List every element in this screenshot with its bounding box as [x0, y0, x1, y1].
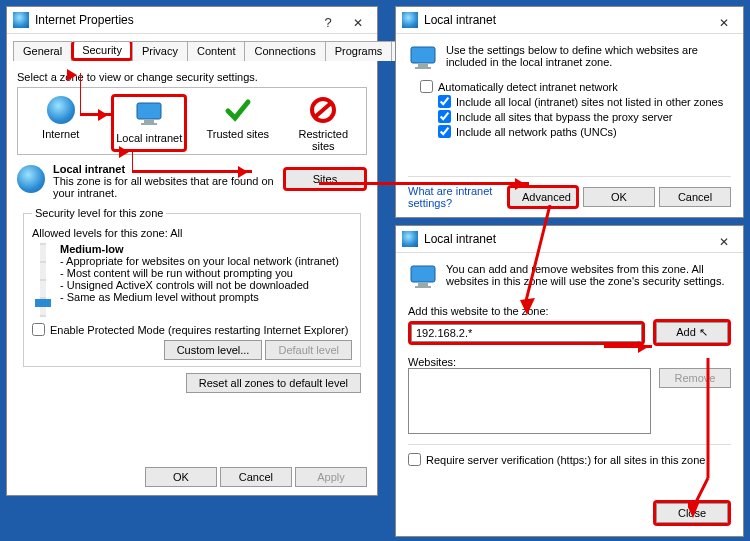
- security-level-heading: Security level for this zone: [32, 207, 166, 219]
- sites-button[interactable]: Sites: [283, 167, 367, 191]
- ok-button[interactable]: OK: [583, 187, 655, 207]
- add-button[interactable]: Add ↖: [656, 322, 728, 343]
- svg-rect-8: [411, 266, 435, 282]
- custom-level-button[interactable]: Custom level...: [164, 340, 263, 360]
- require-https-checkbox[interactable]: Require server verification (https:) for…: [408, 444, 731, 466]
- close-button[interactable]: ✕: [343, 10, 373, 30]
- svg-rect-10: [415, 286, 431, 288]
- tab-general[interactable]: General: [13, 41, 72, 61]
- websites-label: Websites:: [408, 356, 731, 368]
- svg-rect-0: [137, 103, 161, 119]
- protected-mode-checkbox[interactable]: Enable Protected Mode (requires restarti…: [32, 323, 352, 336]
- opt2-checkbox[interactable]: Include all sites that bypass the proxy …: [438, 110, 731, 123]
- security-slider[interactable]: [40, 243, 46, 317]
- ok-button[interactable]: OK: [145, 467, 217, 487]
- security-level-group: Security level for this zone Allowed lev…: [23, 207, 361, 367]
- allowed-label: Allowed levels for this zone: All: [32, 227, 352, 239]
- zone-local-intranet[interactable]: Local intranet: [111, 94, 187, 152]
- titlebar: Local intranet ✕: [396, 226, 743, 253]
- globe-icon: [402, 231, 418, 247]
- remove-button[interactable]: Remove: [659, 368, 731, 388]
- zones-list: Internet Local intranet Trusted sites Re…: [17, 87, 367, 155]
- no-entry-icon: [308, 96, 338, 124]
- svg-rect-1: [144, 120, 154, 123]
- add-website-input[interactable]: [411, 324, 642, 342]
- title-text: Local intranet: [424, 226, 496, 252]
- svg-rect-7: [415, 67, 431, 69]
- bullet-1: - Appropriate for websites on your local…: [60, 255, 352, 267]
- close-button[interactable]: ✕: [709, 10, 739, 30]
- help-button[interactable]: ?: [313, 10, 343, 30]
- globe-icon: [402, 12, 418, 28]
- auto-detect-checkbox[interactable]: Automatically detect intranet network: [420, 80, 731, 93]
- local-intranet-settings-dialog: Local intranet ✕ Use the settings below …: [395, 6, 744, 218]
- zone-internet[interactable]: Internet: [26, 94, 96, 152]
- cancel-button[interactable]: Cancel: [220, 467, 292, 487]
- add-label: Add this website to the zone:: [408, 305, 731, 317]
- zone-trusted[interactable]: Trusted sites: [203, 94, 273, 152]
- close-dlg-button[interactable]: Close: [656, 503, 728, 523]
- zone-desc: This zone is for all websites that are f…: [53, 175, 275, 199]
- globe-icon: [47, 96, 75, 124]
- opt1-checkbox[interactable]: Include all local (intranet) sites not l…: [438, 95, 731, 108]
- monitor-icon: [408, 263, 438, 291]
- level-name: Medium-low: [60, 243, 352, 255]
- apply-button[interactable]: Apply: [295, 467, 367, 487]
- svg-rect-5: [411, 47, 435, 63]
- title-text: Internet Properties: [35, 7, 134, 33]
- tab-connections[interactable]: Connections: [244, 41, 325, 61]
- zone-restricted[interactable]: Restricted sites: [288, 94, 358, 152]
- globe-icon: [13, 12, 29, 28]
- svg-rect-9: [418, 283, 428, 286]
- check-icon: [223, 96, 253, 124]
- local-intranet-zone-dialog: Local intranet ✕ You can add and remove …: [395, 225, 744, 537]
- svg-rect-2: [141, 123, 157, 125]
- bullet-3: - Unsigned ActiveX controls will not be …: [60, 279, 352, 291]
- monitor-icon: [408, 44, 438, 72]
- websites-list[interactable]: [408, 368, 651, 434]
- titlebar: Local intranet ✕: [396, 7, 743, 34]
- close-button[interactable]: ✕: [709, 229, 739, 249]
- tab-security[interactable]: Security: [71, 41, 133, 61]
- tab-privacy[interactable]: Privacy: [132, 41, 188, 61]
- site-icon: [17, 165, 45, 193]
- intro-text: You can add and remove websites from thi…: [446, 263, 731, 291]
- whats-intranet-link[interactable]: What are intranet settings?: [408, 185, 507, 209]
- titlebar: Internet Properties ? ✕: [7, 7, 377, 34]
- intro-text: Use the settings below to define which w…: [446, 44, 731, 72]
- default-level-button[interactable]: Default level: [265, 340, 352, 360]
- tab-content[interactable]: Content: [187, 41, 246, 61]
- internet-properties-dialog: Internet Properties ? ✕ General Security…: [6, 6, 378, 496]
- monitor-icon: [134, 100, 164, 128]
- tab-programs[interactable]: Programs: [325, 41, 393, 61]
- svg-rect-6: [418, 64, 428, 67]
- cancel-button[interactable]: Cancel: [659, 187, 731, 207]
- tabstrip: General Security Privacy Content Connect…: [13, 40, 371, 61]
- bullet-2: - Most content will be run without promp…: [60, 267, 352, 279]
- opt3-checkbox[interactable]: Include all network paths (UNCs): [438, 125, 731, 138]
- bullet-4: - Same as Medium level without prompts: [60, 291, 352, 303]
- panel-security: Select a zone to view or change security…: [7, 61, 377, 399]
- cursor-icon: ↖: [699, 326, 708, 338]
- reset-all-button[interactable]: Reset all zones to default level: [186, 373, 361, 393]
- title-text: Local intranet: [424, 7, 496, 33]
